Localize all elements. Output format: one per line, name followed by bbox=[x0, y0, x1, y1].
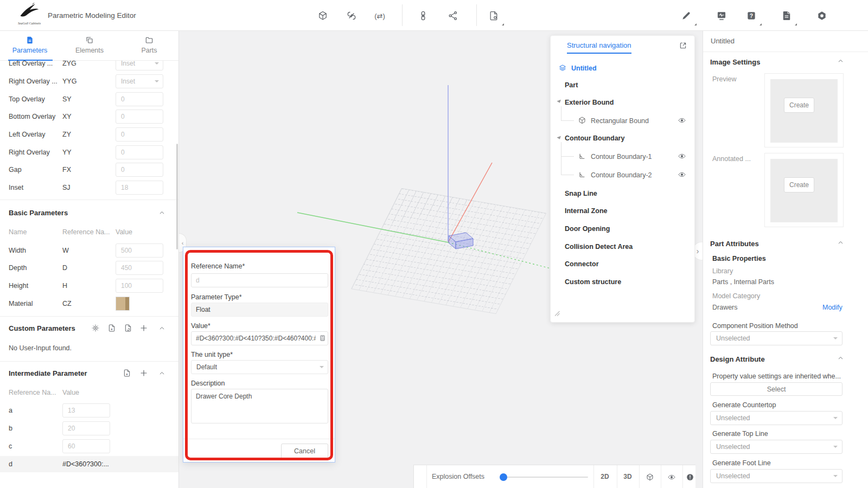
add-custom-parameter-button[interactable] bbox=[137, 322, 150, 335]
param-input[interactable] bbox=[116, 145, 163, 159]
param-select[interactable]: Inset bbox=[116, 74, 163, 88]
material-swatch[interactable] bbox=[116, 297, 130, 311]
image-settings-title: Image Settings bbox=[710, 58, 760, 66]
generate-countertop-select[interactable]: Unselected bbox=[710, 411, 843, 425]
tree-item-snap-line[interactable]: Snap Line bbox=[565, 190, 597, 197]
pencil-button[interactable] bbox=[679, 9, 693, 23]
view-3d-button[interactable]: 3D bbox=[616, 465, 639, 488]
calculator-button[interactable] bbox=[319, 334, 326, 344]
monitor-activity-button[interactable] bbox=[714, 9, 729, 23]
cancel-button[interactable]: Cancel bbox=[281, 444, 328, 459]
explosion-slider-track[interactable] bbox=[501, 477, 588, 478]
chevron-up-icon bbox=[837, 57, 844, 65]
visibility-button[interactable] bbox=[666, 471, 678, 483]
tree-item-custom-structure[interactable]: Custom structure bbox=[565, 278, 621, 286]
tree-item-contour-boundary-2[interactable]: Contour Boundary-2 bbox=[591, 171, 652, 179]
share-nodes-button[interactable] bbox=[446, 9, 460, 23]
param-input[interactable] bbox=[116, 163, 163, 177]
document-lines-button[interactable] bbox=[780, 9, 794, 23]
collapse-part-attributes[interactable] bbox=[837, 239, 844, 248]
param-input[interactable] bbox=[116, 92, 163, 106]
collapse-intermediate-parameter[interactable] bbox=[155, 367, 168, 380]
warning-button[interactable] bbox=[684, 471, 696, 483]
caret-expanded-icon[interactable] bbox=[557, 100, 561, 104]
collapse-custom-parameters[interactable] bbox=[155, 322, 168, 335]
tab-elements[interactable]: Elements bbox=[60, 31, 119, 61]
resize-handle-icon[interactable] bbox=[554, 309, 560, 319]
param-input[interactable] bbox=[116, 279, 163, 293]
param-input[interactable] bbox=[62, 421, 110, 435]
preview-label: Preview bbox=[712, 75, 736, 83]
value-input[interactable] bbox=[191, 331, 328, 345]
refresh-parameters-button[interactable] bbox=[122, 322, 135, 335]
help-button[interactable] bbox=[744, 9, 758, 23]
param-input[interactable] bbox=[62, 403, 110, 418]
component-position-select[interactable]: Unselected bbox=[710, 331, 843, 345]
import-intermediate-button[interactable] bbox=[120, 367, 133, 380]
param-input[interactable] bbox=[116, 110, 163, 124]
view-2d-button[interactable]: 2D bbox=[593, 465, 616, 488]
generate-top-line-label: Generate Top Line bbox=[712, 430, 768, 438]
chevron-up-icon bbox=[837, 239, 844, 246]
param-ref: W bbox=[62, 243, 69, 258]
param-input[interactable] bbox=[116, 181, 163, 195]
collapse-basic-parameters[interactable] bbox=[155, 206, 168, 219]
structural-navigation-tab[interactable]: Structural navigation bbox=[567, 41, 631, 54]
plus-icon bbox=[139, 324, 148, 332]
toolbar-divider bbox=[402, 4, 403, 26]
generate-top-line-select[interactable]: Unselected bbox=[710, 440, 843, 454]
tree-item-connector[interactable]: Connector bbox=[565, 260, 599, 268]
tree-item-internal-zone[interactable]: Internal Zone bbox=[565, 207, 607, 215]
import-favorite-button[interactable] bbox=[105, 322, 118, 335]
link-button[interactable] bbox=[416, 9, 430, 23]
param-ref: d bbox=[9, 457, 12, 471]
tree-item-collision-detect-area[interactable]: Collision Detect Area bbox=[565, 243, 633, 251]
sidebar-scrollbar[interactable] bbox=[176, 144, 178, 249]
unit-type-label: The unit type* bbox=[191, 351, 233, 358]
description-textarea[interactable]: Drawer Core Depth bbox=[191, 389, 328, 423]
param-input[interactable] bbox=[116, 261, 163, 275]
model-3d-icon bbox=[317, 10, 328, 21]
contour-icon bbox=[578, 170, 586, 179]
intermediate-row-selected[interactable]: d #D<360?300:... bbox=[0, 456, 179, 472]
reference-name-input[interactable] bbox=[191, 273, 328, 287]
knot-button[interactable] bbox=[344, 9, 359, 23]
collapse-image-settings[interactable] bbox=[837, 57, 844, 67]
modify-link[interactable]: Modify bbox=[822, 304, 843, 311]
caret-expanded-icon[interactable] bbox=[557, 136, 561, 140]
param-input[interactable] bbox=[116, 127, 163, 142]
parameter-type-field[interactable] bbox=[191, 303, 328, 317]
tree-item-untitled[interactable]: Untitled bbox=[571, 65, 597, 72]
tree-item-part[interactable]: Part bbox=[565, 81, 578, 89]
unit-type-select[interactable]: Default bbox=[191, 360, 328, 374]
tree-item-contour-boundary-1[interactable]: Contour Boundary-1 bbox=[591, 153, 652, 160]
explosion-slider-thumb[interactable] bbox=[500, 473, 507, 481]
tree-item-contour-boundary[interactable]: Contour Boundary bbox=[565, 134, 624, 142]
custom-settings-button[interactable] bbox=[89, 322, 102, 335]
tab-parameters[interactable]: Parameters bbox=[0, 31, 60, 61]
export-document-button[interactable] bbox=[487, 9, 501, 23]
param-name: Height bbox=[9, 279, 28, 293]
expand-panel-button[interactable] bbox=[679, 41, 687, 52]
tree-item-door-opening[interactable]: Door Opening bbox=[565, 225, 610, 233]
visibility-toggle[interactable] bbox=[678, 170, 686, 181]
eye-icon bbox=[678, 170, 686, 179]
model-3d-button[interactable] bbox=[316, 9, 330, 23]
cube-view-button[interactable] bbox=[644, 471, 656, 483]
tab-parts[interactable]: Parts bbox=[119, 31, 179, 61]
settings-nut-button[interactable] bbox=[815, 9, 829, 23]
visibility-toggle[interactable] bbox=[678, 116, 686, 127]
param-input[interactable] bbox=[116, 243, 163, 258]
add-intermediate-parameter-button[interactable] bbox=[137, 367, 150, 380]
visibility-toggle[interactable] bbox=[678, 152, 686, 163]
create-preview-button[interactable]: Create bbox=[784, 98, 814, 113]
tree-item-exterior-bound[interactable]: Exterior Bound bbox=[565, 99, 614, 106]
sync-arrows-button[interactable]: (⇄) bbox=[373, 9, 387, 23]
generate-foot-line-select[interactable]: Unselected bbox=[710, 469, 843, 483]
tree-item-rectangular-bound[interactable]: Rectangular Bound bbox=[591, 117, 649, 125]
collapse-design-attribute[interactable] bbox=[837, 354, 844, 364]
param-input[interactable] bbox=[62, 439, 110, 453]
param-ref: c bbox=[9, 439, 12, 453]
create-annotated-button[interactable]: Create bbox=[784, 177, 814, 192]
select-button[interactable]: Select bbox=[710, 382, 843, 396]
